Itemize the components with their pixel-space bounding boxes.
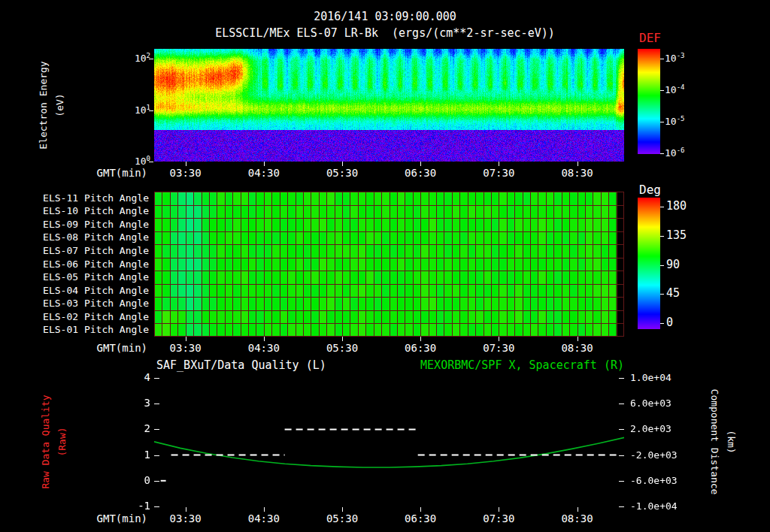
pitch-angle-grid-canvas xyxy=(154,192,624,337)
pitch-row-label: ELS-03 Pitch Angle xyxy=(0,298,149,309)
def-colorbar-tick-label: 10-4 xyxy=(665,83,685,95)
tick-mark xyxy=(342,337,343,341)
quality-tick-label: 3 xyxy=(113,397,150,409)
deg-colorbar-tick-label: 0 xyxy=(666,316,673,329)
x-tick-label: 03:30 xyxy=(162,167,210,179)
pitch-row-label: ELS-09 Pitch Angle xyxy=(0,219,149,230)
tick-mark xyxy=(499,162,499,166)
x-tick-label: 06:30 xyxy=(396,512,444,524)
deg-colorbar-title: Deg xyxy=(639,183,661,197)
tick-mark xyxy=(186,337,186,341)
tick-mark xyxy=(660,153,664,154)
raw-quality-axis-label-line1: Raw Data Quality xyxy=(40,394,51,488)
x-tick-label: 08:30 xyxy=(553,342,602,354)
x-tick-label: 04:30 xyxy=(240,512,288,524)
tick-mark xyxy=(499,507,499,512)
tick-mark xyxy=(660,294,664,295)
x-tick-label: 03:30 xyxy=(162,342,210,354)
page-title: 2016/141 03:09:00.000 xyxy=(0,10,770,23)
quality-tick-label: 2 xyxy=(113,422,150,434)
spacecraft-series-title: MEXORBMC/SPF X, Spacecraft (R) xyxy=(323,358,624,372)
x-tick-label: 03:30 xyxy=(162,512,210,524)
tick-mark xyxy=(420,162,421,166)
raw-quality-axis-label-line2: (Raw) xyxy=(56,427,68,456)
energy-axis-label-line2: (eV) xyxy=(54,93,65,116)
distance-tick-label: 6.0e+03 xyxy=(630,397,671,409)
tick-mark xyxy=(578,162,578,166)
x-tick-label: 07:30 xyxy=(474,342,523,354)
x-tick-label: 05:30 xyxy=(318,167,366,179)
pitch-row-label: ELS-04 Pitch Angle xyxy=(0,285,149,296)
distance-tick-label: -1.0e+04 xyxy=(630,500,678,512)
tick-mark xyxy=(149,162,153,162)
tick-mark xyxy=(420,507,421,512)
def-colorbar-tick-label: 10-6 xyxy=(665,147,685,159)
tick-mark xyxy=(154,455,159,456)
x-tick-label: 06:30 xyxy=(396,342,444,354)
pitch-row-label: ELS-11 Pitch Angle xyxy=(0,192,149,204)
tick-mark xyxy=(619,481,624,482)
x-tick-label: 06:30 xyxy=(396,167,444,179)
tick-mark xyxy=(578,337,578,341)
deg-colorbar-tick-label: 180 xyxy=(666,199,687,213)
deg-colorbar-tick-label: 135 xyxy=(666,228,687,242)
tick-mark xyxy=(154,378,159,379)
energy-axis-label-line1: Electron Energy xyxy=(38,61,49,149)
pitch-row-label: ELS-10 Pitch Angle xyxy=(0,205,149,216)
tick-mark xyxy=(660,59,664,59)
x-tick-label: 08:30 xyxy=(553,512,602,524)
electron-energy-spectrogram-canvas xyxy=(154,49,624,162)
x-tick-label: 04:30 xyxy=(240,167,288,179)
tick-mark xyxy=(578,507,578,512)
tick-mark xyxy=(264,507,265,512)
def-colorbar xyxy=(638,49,660,154)
tick-mark xyxy=(186,162,186,166)
pitch-row-label: ELS-08 Pitch Angle xyxy=(0,231,149,243)
tick-mark xyxy=(619,455,624,456)
quality-tick-label: 1 xyxy=(113,449,150,461)
tick-mark xyxy=(660,323,664,324)
pitch-row-label: ELS-01 Pitch Angle xyxy=(0,324,149,335)
tick-mark xyxy=(342,162,343,166)
quality-tick-label: 0 xyxy=(113,474,150,486)
def-colorbar-tick-label: 10-5 xyxy=(665,115,685,127)
distance-tick-label: -6.0e+03 xyxy=(630,475,678,486)
tick-mark xyxy=(154,506,159,507)
x-tick-label: 07:30 xyxy=(474,167,523,179)
energy-tick-label: 101 xyxy=(110,104,150,116)
distance-tick-label: 2.0e+03 xyxy=(630,423,671,434)
tick-mark xyxy=(660,207,664,207)
tick-mark xyxy=(660,265,664,266)
tick-mark xyxy=(149,59,153,59)
distance-tick-label: -2.0e+03 xyxy=(630,449,678,461)
def-colorbar-tick-label: 10-3 xyxy=(665,52,685,64)
component-distance-axis-label-line1: Component Distance xyxy=(709,389,720,495)
x-tick-label: 05:30 xyxy=(318,512,366,524)
tick-mark xyxy=(154,481,159,482)
energy-tick-label: 100 xyxy=(110,155,150,167)
def-colorbar-title: DEF xyxy=(639,31,661,45)
tick-mark xyxy=(619,378,624,379)
gmt-axis-label-3: GMT(min) xyxy=(83,512,147,524)
tick-mark xyxy=(149,110,153,111)
tick-mark xyxy=(342,507,343,512)
deg-colorbar-tick-label: 90 xyxy=(666,258,680,271)
x-tick-label: 07:30 xyxy=(474,512,523,524)
energy-tick-label: 102 xyxy=(110,52,150,64)
gmt-axis-label-1: GMT(min) xyxy=(83,167,147,179)
tick-mark xyxy=(660,122,664,122)
pitch-row-label: ELS-05 Pitch Angle xyxy=(0,271,149,283)
tick-mark xyxy=(499,337,499,341)
tick-mark xyxy=(264,337,265,341)
tick-mark xyxy=(660,90,664,91)
tick-mark xyxy=(420,337,421,341)
pitch-row-label: ELS-02 Pitch Angle xyxy=(0,311,149,322)
x-tick-label: 08:30 xyxy=(553,167,602,179)
quality-distance-plot-canvas xyxy=(154,376,624,507)
tick-mark xyxy=(154,404,159,404)
tick-mark xyxy=(619,429,624,430)
x-tick-label: 04:30 xyxy=(240,342,288,354)
pitch-row-label: ELS-06 Pitch Angle xyxy=(0,258,149,270)
pitch-row-label: ELS-07 Pitch Angle xyxy=(0,245,149,256)
tick-mark xyxy=(660,236,664,237)
